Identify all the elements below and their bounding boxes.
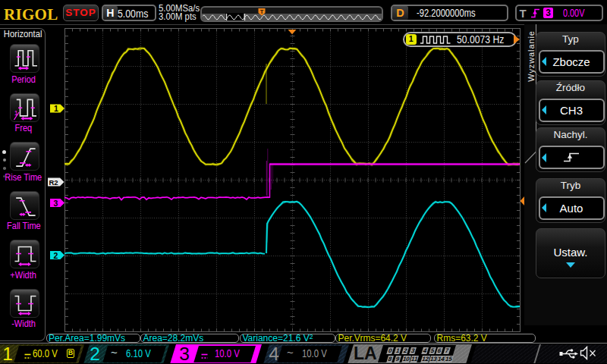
svg-text:R2: R2 (49, 178, 58, 187)
svg-text:1: 1 (54, 104, 58, 113)
svg-text:3: 3 (54, 199, 58, 208)
svg-text:2: 2 (54, 251, 58, 260)
